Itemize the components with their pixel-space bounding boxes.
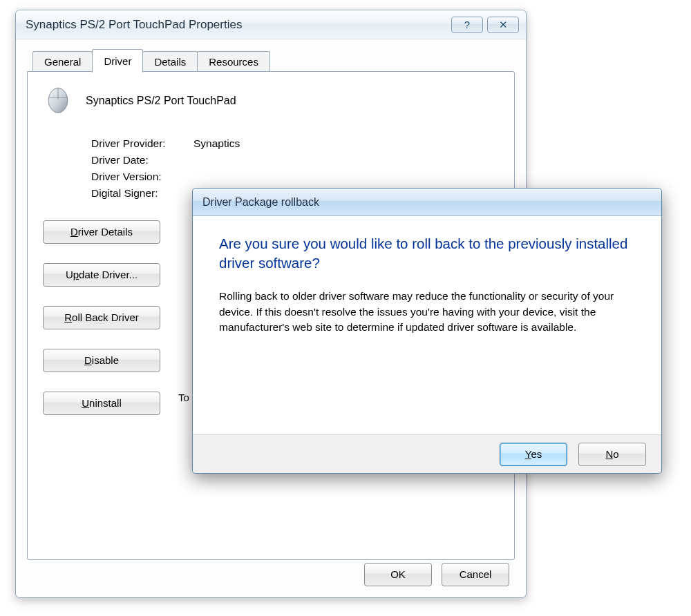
disable-button[interactable]: Disable bbox=[43, 349, 160, 372]
button-label: Update Driver... bbox=[66, 269, 138, 280]
device-name: Synaptics PS/2 Port TouchPad bbox=[86, 95, 236, 107]
driver-details-button[interactable]: Driver Details bbox=[43, 220, 160, 244]
close-button[interactable]: ✕ bbox=[487, 17, 519, 33]
tab-general[interactable]: General bbox=[32, 51, 93, 72]
help-button[interactable]: ? bbox=[451, 17, 483, 33]
driver-date-label: Driver Date: bbox=[91, 154, 193, 166]
window-title: Synaptics PS/2 Port TouchPad Properties bbox=[26, 18, 242, 32]
driver-provider-value: Synaptics bbox=[193, 137, 240, 150]
roll-back-driver-button[interactable]: Roll Back Driver bbox=[43, 306, 160, 329]
tab-resources[interactable]: Resources bbox=[197, 51, 270, 72]
dialog-titlebar: Driver Package rollback bbox=[193, 189, 661, 216]
ok-button[interactable]: OK bbox=[364, 563, 432, 586]
button-label: Disable bbox=[84, 354, 119, 366]
button-label: Yes bbox=[525, 448, 542, 460]
digital-signer-label: Digital Signer: bbox=[91, 187, 193, 200]
mouse-icon bbox=[43, 84, 73, 117]
close-icon: ✕ bbox=[499, 19, 508, 31]
driver-provider-label: Driver Provider: bbox=[91, 137, 193, 150]
driver-version-label: Driver Version: bbox=[91, 171, 193, 183]
properties-footer: OK Cancel bbox=[364, 563, 509, 586]
no-button[interactable]: No bbox=[578, 443, 646, 466]
help-icon: ? bbox=[464, 19, 470, 30]
rollback-dialog: Driver Package rollback Are you sure you… bbox=[192, 188, 662, 474]
button-label: Roll Back Driver bbox=[64, 311, 139, 323]
dialog-title: Driver Package rollback bbox=[202, 196, 319, 209]
properties-titlebar: Synaptics PS/2 Port TouchPad Properties … bbox=[16, 10, 526, 39]
tab-details[interactable]: Details bbox=[142, 51, 198, 72]
button-label: Uninstall bbox=[82, 397, 122, 409]
dialog-footer: Yes No bbox=[193, 434, 661, 473]
uninstall-button[interactable]: Uninstall bbox=[43, 392, 160, 415]
button-label: Driver Details bbox=[70, 226, 133, 238]
dialog-main-instruction: Are you sure you would like to roll back… bbox=[219, 234, 638, 272]
dialog-content: Rolling back to older driver software ma… bbox=[219, 289, 638, 335]
cancel-button[interactable]: Cancel bbox=[442, 563, 509, 586]
button-label: No bbox=[605, 448, 618, 460]
update-driver-button[interactable]: Update Driver... bbox=[43, 263, 160, 287]
dialog-body: Are you sure you would like to roll back… bbox=[193, 216, 661, 345]
tab-driver[interactable]: Driver bbox=[92, 49, 143, 73]
tab-strip: General Driver Details Resources bbox=[27, 46, 515, 71]
device-header: Synaptics PS/2 Port TouchPad bbox=[43, 84, 502, 117]
yes-button[interactable]: Yes bbox=[500, 443, 567, 466]
